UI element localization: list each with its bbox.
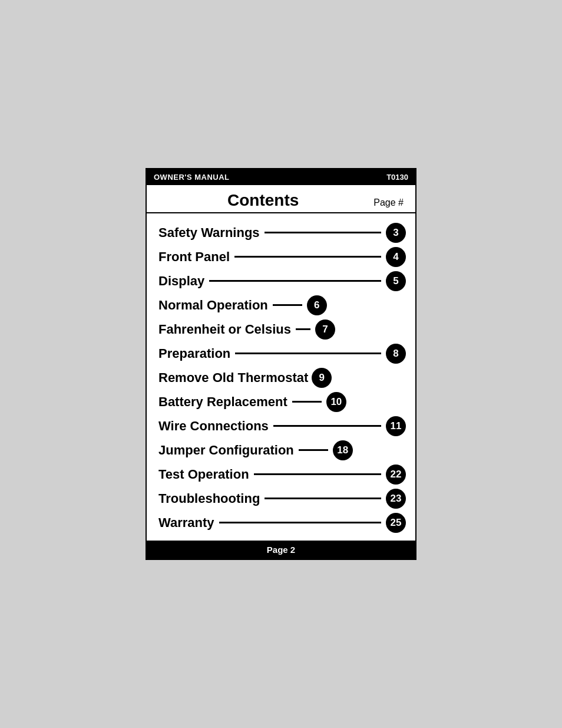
toc-label: Normal Operation: [158, 298, 268, 313]
toc-dash-line: [273, 425, 381, 427]
toc-row: Normal Operation6: [158, 294, 406, 317]
toc-row: Safety Warnings3: [158, 222, 406, 244]
toc-list: Safety Warnings3Front Panel4Display5Norm…: [147, 217, 415, 541]
toc-dash-line: [296, 328, 310, 330]
toc-page-number: 4: [386, 247, 406, 267]
toc-label: Preparation: [158, 346, 230, 361]
toc-label: Fahrenheit or Celsius: [158, 322, 291, 337]
toc-row: Battery Replacement10: [158, 391, 406, 413]
toc-page-number: 5: [386, 271, 406, 291]
toc-row: Wire Connections11: [158, 415, 406, 437]
toc-row: Display5: [158, 270, 406, 292]
toc-dash-line: [292, 401, 322, 403]
manual-page: OWNER'S MANUAL T0130 Contents Page # Saf…: [146, 168, 416, 560]
toc-label-dash-wrapper: Front Panel: [158, 249, 386, 265]
toc-dash-line: [299, 449, 328, 451]
toc-page-number: 7: [315, 319, 335, 340]
toc-label-dash-wrapper: Display: [158, 274, 386, 289]
footer-bar: Page 2: [147, 541, 415, 559]
toc-row: Test Operation22: [158, 463, 406, 486]
page-hash-label: Page #: [373, 197, 404, 208]
toc-label: Test Operation: [158, 467, 249, 482]
toc-page-number: 3: [386, 223, 406, 243]
toc-label-dash-wrapper: Safety Warnings: [158, 225, 386, 241]
toc-label: Wire Connections: [158, 419, 269, 434]
header-bar: OWNER'S MANUAL T0130: [147, 169, 415, 185]
toc-row: Fahrenheit or Celsius7: [158, 318, 406, 341]
toc-label: Remove Old Thermostat: [158, 370, 308, 386]
toc-page-number: 25: [386, 513, 406, 533]
toc-dash-line: [235, 353, 381, 354]
toc-label: Display: [158, 274, 204, 289]
toc-row: Troubleshooting23: [158, 487, 406, 510]
toc-dash-line: [265, 498, 381, 499]
header-code: T0130: [386, 173, 408, 182]
toc-dash-line: [265, 232, 381, 233]
toc-label: Front Panel: [158, 249, 230, 265]
toc-page-number: 6: [307, 295, 327, 315]
toc-dash-line: [209, 280, 381, 282]
toc-label-dash-wrapper: Preparation: [158, 346, 386, 361]
toc-row: Warranty25: [158, 512, 406, 534]
toc-page-number: 11: [386, 416, 406, 436]
toc-row: Front Panel4: [158, 246, 406, 268]
footer-label: Page 2: [267, 545, 295, 555]
toc-page-number: 10: [326, 392, 346, 412]
toc-label: Safety Warnings: [158, 225, 260, 241]
toc-page-number: 23: [386, 489, 406, 509]
toc-row: Preparation8: [158, 342, 406, 365]
toc-label: Battery Replacement: [158, 394, 287, 410]
toc-row: Remove Old Thermostat9: [158, 367, 406, 389]
contents-header: Contents Page #: [147, 185, 415, 213]
toc-label-dash-wrapper: Test Operation: [158, 467, 386, 482]
toc-label: Warranty: [158, 515, 214, 531]
toc-label-dash-wrapper: Wire Connections: [158, 419, 386, 434]
toc-page-number: 9: [312, 368, 332, 388]
toc-label: Jumper Configuration: [158, 443, 294, 458]
toc-dash-line: [234, 256, 381, 258]
toc-label-dash-wrapper: Warranty: [158, 515, 386, 531]
toc-page-number: 8: [386, 344, 406, 364]
toc-label: Troubleshooting: [158, 491, 260, 506]
header-title: OWNER'S MANUAL: [154, 173, 230, 182]
contents-title: Contents: [158, 191, 368, 210]
toc-label-dash-wrapper: Troubleshooting: [158, 491, 386, 506]
toc-dash-line: [219, 522, 381, 523]
toc-page-number: 18: [333, 440, 353, 460]
toc-page-number: 22: [386, 465, 406, 485]
toc-dash-line: [273, 304, 302, 306]
toc-dash-line: [254, 473, 381, 475]
toc-row: Jumper Configuration18: [158, 439, 406, 462]
